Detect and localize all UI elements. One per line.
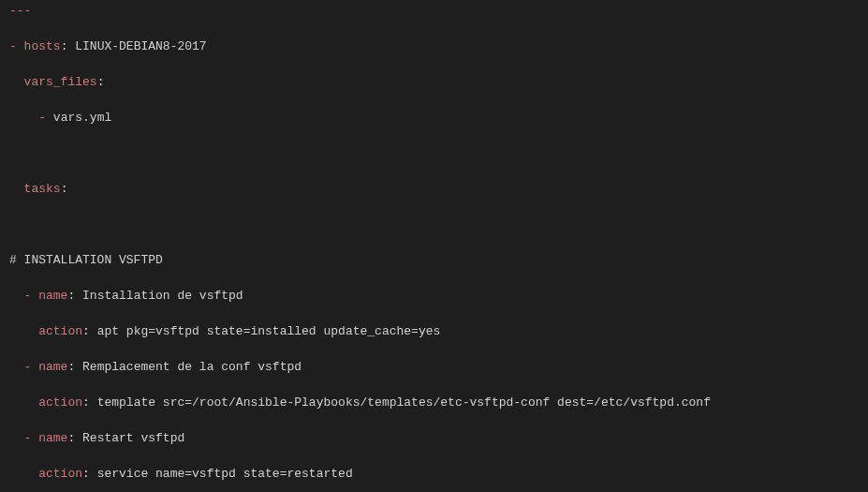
code-token xyxy=(9,324,38,338)
code-line: # INSTALLATION VSFTPD xyxy=(9,251,859,269)
code-token: - xyxy=(38,111,53,125)
code-token xyxy=(9,182,24,196)
code-token: - xyxy=(24,431,39,445)
code-token xyxy=(9,146,17,160)
code-token: action xyxy=(38,467,82,481)
code-line: action: service name=vsftpd state=restar… xyxy=(9,465,859,483)
code-token xyxy=(9,111,38,125)
code-token: name xyxy=(38,289,67,303)
code-token: : LINUX-DEBIAN8-2017 xyxy=(61,39,207,53)
code-line: vars_files: xyxy=(9,73,859,91)
code-token: : Installation de vsftpd xyxy=(67,289,243,303)
code-token: hosts xyxy=(24,39,61,53)
code-line: - name: Restart vsftpd xyxy=(9,429,859,447)
code-token: : Remplacement de la conf vsftpd xyxy=(67,360,302,374)
code-line xyxy=(9,144,859,162)
code-token: : Restart vsftpd xyxy=(67,431,184,445)
code-token xyxy=(9,360,24,374)
code-token xyxy=(9,75,24,89)
code-line: tasks: xyxy=(9,180,859,198)
code-line: - vars.yml xyxy=(9,109,859,127)
code-block: --- - hosts: LINUX-DEBIAN8-2017 vars_fil… xyxy=(0,0,868,492)
code-token: action xyxy=(38,324,82,338)
code-token: : service name=vsftpd state=restarted xyxy=(82,467,353,481)
code-token: action xyxy=(38,395,82,410)
code-token: : xyxy=(97,75,105,89)
code-token xyxy=(9,467,38,481)
code-line: - name: Installation de vsftpd xyxy=(9,287,859,305)
code-token: vars_files xyxy=(24,75,97,89)
code-token xyxy=(9,289,24,303)
code-token: : xyxy=(61,182,68,196)
code-token xyxy=(9,431,24,445)
code-line: - name: Remplacement de la conf vsftpd xyxy=(9,358,859,376)
code-line: --- xyxy=(9,2,859,20)
code-token: - xyxy=(24,289,39,303)
code-token: --- xyxy=(9,4,31,18)
code-token: - xyxy=(24,360,39,374)
code-line: action: apt pkg=vsftpd state=installed u… xyxy=(9,322,859,340)
code-token: name xyxy=(38,431,67,445)
code-token: vars.yml xyxy=(53,111,111,125)
code-line: - hosts: LINUX-DEBIAN8-2017 xyxy=(9,37,859,55)
code-line xyxy=(9,216,859,233)
code-line: action: template src=/root/Ansible-Playb… xyxy=(9,394,859,411)
code-token: tasks xyxy=(24,182,61,196)
code-token: : template src=/root/Ansible-Playbooks/t… xyxy=(82,395,711,410)
code-token: name xyxy=(38,360,67,374)
code-token xyxy=(9,217,17,231)
code-token: # INSTALLATION VSFTPD xyxy=(9,253,163,267)
code-token: - xyxy=(9,39,24,53)
code-token xyxy=(9,395,38,410)
code-token: : apt pkg=vsftpd state=installed update_… xyxy=(82,324,440,338)
